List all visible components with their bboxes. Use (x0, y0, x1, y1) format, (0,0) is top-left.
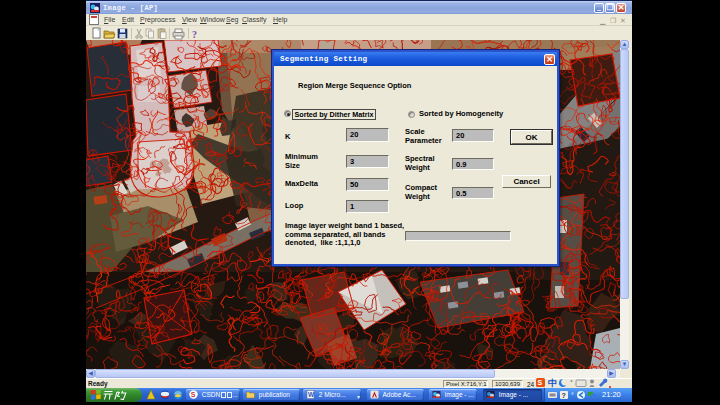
svg-text:°: ° (571, 392, 574, 399)
svg-text:?: ? (192, 29, 197, 40)
svg-text:?: ? (562, 392, 566, 399)
svg-text:中: 中 (548, 378, 557, 388)
svg-text:W: W (308, 391, 315, 398)
svg-text:S: S (537, 379, 542, 386)
svg-text:S: S (191, 391, 196, 398)
